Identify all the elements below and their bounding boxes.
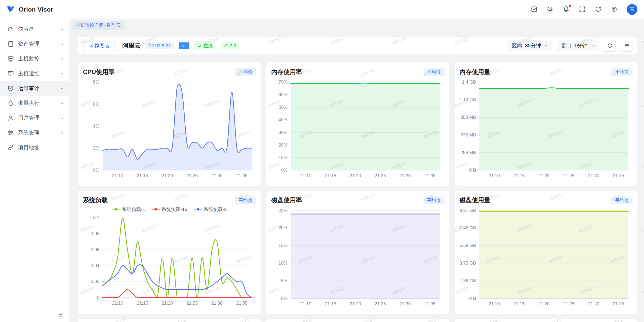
- host-name: 阿里云: [123, 42, 141, 50]
- legend-item[interactable]: 系统负载-5: [194, 206, 227, 212]
- legend-item[interactable]: 系统负载-1: [112, 206, 145, 212]
- svg-text:21:15: 21:15: [325, 173, 336, 178]
- svg-text:21:25: 21:25: [186, 173, 198, 178]
- batch-icon: [7, 100, 14, 106]
- check-icon: [197, 43, 202, 48]
- header-actions: [531, 6, 618, 13]
- svg-text:8%: 8%: [93, 80, 99, 85]
- svg-text:21:10: 21:10: [112, 301, 123, 306]
- sidebar-item-label: 系统管理: [18, 129, 39, 136]
- refresh-charts-button[interactable]: [604, 40, 616, 52]
- svg-text:21:25: 21:25: [375, 301, 386, 306]
- svg-text:21:30: 21:30: [211, 173, 223, 178]
- svg-text:21:30: 21:30: [211, 301, 223, 306]
- window-select[interactable]: 窗口 1分钟: [557, 40, 599, 51]
- svg-text:0: 0: [97, 295, 99, 300]
- sidebar-item-5[interactable]: 批量执行: [0, 96, 69, 111]
- average-badge: 平均值: [235, 68, 256, 76]
- sidebar-item-1[interactable]: 资产管理: [0, 37, 69, 51]
- chart-title: 磁盘使用量: [459, 196, 490, 204]
- svg-text:21:15: 21:15: [325, 301, 336, 306]
- svg-text:21:30: 21:30: [399, 173, 411, 178]
- host-monitor-icon: [7, 55, 14, 62]
- sidebar-item-8[interactable]: 项目地址: [0, 140, 69, 155]
- theme-icon[interactable]: [547, 6, 554, 13]
- svg-text:21:15: 21:15: [513, 173, 525, 178]
- notification-badge: [569, 5, 571, 7]
- notification-icon[interactable]: [563, 6, 570, 13]
- svg-text:21:25: 21:25: [375, 173, 386, 178]
- user-avatar[interactable]: 管: [627, 4, 637, 15]
- sidebar-item-4[interactable]: 运维审计: [0, 81, 69, 96]
- chevron-down-icon: [60, 86, 65, 91]
- chart-title: 系统负载: [83, 196, 108, 204]
- svg-text:0 B: 0 B: [469, 296, 476, 301]
- average-badge: 平均值: [612, 68, 632, 76]
- sidebar-item-2[interactable]: 主机监控: [0, 51, 69, 66]
- sidebar-item-6[interactable]: 用户管理: [0, 111, 69, 125]
- svg-text:0.08: 0.08: [91, 231, 99, 236]
- svg-text:5%: 5%: [281, 278, 288, 283]
- link-icon: [7, 144, 14, 151]
- host-ip-tag: 12.92.5.21: [146, 42, 174, 49]
- sidebar-item-label: 用户管理: [18, 114, 39, 122]
- sidebar-item-0[interactable]: 仪表盘: [0, 22, 69, 37]
- svg-text:0.1: 0.1: [93, 215, 99, 220]
- sidebar-item-3[interactable]: 主机运维: [0, 66, 69, 81]
- svg-text:21:20: 21:20: [162, 173, 173, 178]
- legend-marker-icon: [152, 207, 160, 211]
- checkbox-icon[interactable]: [531, 6, 538, 13]
- host-status-tag: 在线: [194, 42, 216, 50]
- legend-item[interactable]: 系统负载-15: [152, 206, 187, 212]
- monitor-chart-tab[interactable]: 监控图表: [84, 41, 115, 50]
- range-select[interactable]: 区间 30分钟: [508, 40, 552, 51]
- average-badge: 平均值: [235, 196, 256, 204]
- sidebar-item-label: 运维审计: [18, 85, 39, 92]
- chart-svg: 0 B1.86 GB3.73 GB5.59 GB7.45 GB9.31 GB21…: [459, 205, 632, 308]
- window-value: 1分钟: [574, 42, 587, 49]
- host-ops-icon: [7, 70, 14, 77]
- svg-text:858 MB: 858 MB: [460, 115, 476, 120]
- svg-text:50%: 50%: [278, 105, 288, 110]
- chart-svg: 00.020.040.060.080.121:1021:1521:2021:25…: [83, 213, 256, 308]
- svg-text:21:35: 21:35: [424, 301, 436, 306]
- svg-text:70%: 70%: [278, 80, 288, 85]
- chart-card: 磁盘使用率平均值0%5%10%15%20%25%21:1021:1521:202…: [266, 191, 449, 314]
- assets-icon: [7, 41, 14, 47]
- svg-text:10%: 10%: [278, 261, 288, 266]
- svg-text:40%: 40%: [278, 117, 288, 122]
- svg-text:21:10: 21:10: [300, 173, 311, 178]
- host-version-tag: v1.0.0: [221, 42, 239, 49]
- svg-text:7.45 GB: 7.45 GB: [459, 226, 476, 231]
- refresh-icon[interactable]: [595, 6, 602, 13]
- top-bar: Orion Visor 管: [0, 0, 644, 18]
- collapse-menu-icon[interactable]: [58, 312, 64, 318]
- breadcrumb-item[interactable]: 主机监控详情 - 阿里云: [72, 21, 124, 29]
- svg-text:21:35: 21:35: [613, 173, 624, 178]
- sidebar-item-label: 仪表盘: [18, 25, 34, 33]
- fullscreen-icon[interactable]: [579, 6, 586, 13]
- chart-options-button[interactable]: [621, 40, 632, 52]
- svg-text:0 B: 0 B: [469, 168, 476, 173]
- chart-title: 内存使用量: [459, 68, 490, 76]
- chart-title: 内存使用率: [271, 68, 302, 76]
- window-label: 窗口: [561, 42, 571, 49]
- menu-icon: [624, 43, 629, 49]
- sidebar-item-7[interactable]: 系统管理: [0, 125, 69, 140]
- host-toolbar: 监控图表 阿里云 12.92.5.21 ali 在线 v1.0.0 区: [78, 38, 637, 54]
- main-content: 主机监控详情 - 阿里云 监控图表 阿里云 12.92.5.21 ali 在线: [69, 18, 644, 322]
- svg-text:0.02: 0.02: [91, 279, 99, 284]
- svg-text:3.73 GB: 3.73 GB: [459, 261, 476, 266]
- orion-visor-logo-icon: [6, 4, 16, 14]
- dashboard-icon: [7, 26, 14, 32]
- svg-text:21:35: 21:35: [613, 301, 624, 306]
- chart-card: 系统负载平均值系统负载-1系统负载-15系统负载-500.020.040.060…: [78, 191, 261, 314]
- svg-text:21:35: 21:35: [424, 173, 436, 178]
- settings-icon[interactable]: [611, 6, 618, 13]
- host-status-label: 在线: [203, 43, 213, 49]
- svg-text:0%: 0%: [93, 168, 99, 173]
- legend-label: 系统负载-15: [162, 206, 187, 212]
- svg-text:21:30: 21:30: [399, 301, 411, 306]
- svg-text:2%: 2%: [93, 146, 99, 151]
- average-badge: 平均值: [423, 196, 444, 204]
